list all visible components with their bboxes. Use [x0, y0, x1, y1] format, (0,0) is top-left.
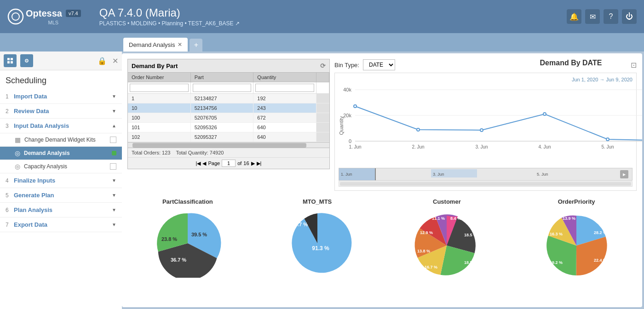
cell-order-2: 100: [128, 113, 191, 122]
table-row[interactable]: 1 52134827 192: [128, 94, 329, 103]
tab-close-icon[interactable]: ✕: [178, 41, 182, 48]
app-header: Optessa v7.4 MLS QA 7.4.0 (Maria) PLASTI…: [0, 0, 644, 33]
grid-icon: [7, 57, 13, 64]
nav-right-label: 5. Jun: [537, 169, 548, 177]
page-next-icon[interactable]: ▶: [251, 160, 255, 166]
page-of: of: [237, 160, 242, 166]
demand-by-part-header: Demand By Part ⟳: [128, 59, 329, 72]
header-title-area: QA 7.4.0 (Maria) PLASTICS • MOLDING • Pl…: [99, 6, 240, 27]
filter-part: [191, 82, 254, 93]
svg-text:0: 0: [349, 138, 351, 144]
cell-order-3: 101: [128, 123, 191, 132]
svg-rect-2: [7, 58, 10, 60]
sidebar-item-export[interactable]: 7 Export Data ▼: [0, 217, 122, 232]
pie-svg-3: 28.2 % 22.4 % 19.2 % 16.3 % 13.9 %: [540, 209, 613, 282]
svg-text:40k: 40k: [343, 87, 351, 92]
svg-text:19.2 %: 19.2 %: [550, 260, 563, 265]
scroll-thumb: [132, 143, 306, 148]
help-button[interactable]: ?: [604, 9, 618, 24]
filter-order-input[interactable]: [130, 84, 189, 92]
svg-rect-4: [7, 61, 10, 63]
cell-qty-4: 640: [253, 132, 316, 142]
filter-qty-input[interactable]: [255, 84, 314, 92]
tab-demand-analysis[interactable]: Demand Analysis ✕: [123, 38, 188, 52]
chart-area: Bin Type: DATE Demand By DATE ⊡ Jun 1, 2…: [334, 59, 637, 191]
close-sidebar-icon[interactable]: ✕: [112, 57, 118, 65]
horizontal-scrollbar[interactable]: [128, 142, 329, 148]
page-last-icon[interactable]: ▶|: [257, 160, 262, 166]
total-orders-label: Total Orders:: [132, 150, 161, 155]
chevron-up-icon: ▲: [112, 123, 116, 128]
nav-left-handle: 1. Jun: [339, 168, 376, 180]
page-first-icon[interactable]: |◀: [196, 160, 201, 166]
svg-text:28.2 %: 28.2 %: [594, 230, 607, 235]
chart-scrollbar[interactable]: [339, 181, 632, 187]
svg-text:20k: 20k: [343, 113, 351, 118]
svg-text:3. Jun: 3. Jun: [475, 144, 488, 149]
svg-text:91.3 %: 91.3 %: [312, 245, 329, 252]
nav-right-handle[interactable]: ▶: [620, 170, 628, 178]
check-box-capacity[interactable]: [110, 163, 116, 170]
table-row[interactable]: 10 52134756 243: [128, 103, 329, 113]
main-layout: 🔒 ✕ Scheduling 1 Import Data ▼ 2 Review …: [0, 52, 644, 309]
sidebar-item-input-data[interactable]: 3 Input Data Analysis ▲: [0, 119, 122, 133]
svg-point-0: [8, 9, 23, 24]
svg-text:Quantity: Quantity: [339, 116, 344, 135]
refresh-icon[interactable]: ⟳: [320, 62, 326, 69]
svg-text:18.5 %: 18.5 %: [464, 260, 477, 265]
bell-button[interactable]: 🔔: [567, 9, 581, 24]
nav-mid-area: 3. Jun: [431, 169, 477, 177]
chart-expand-icon[interactable]: ⊡: [631, 61, 637, 69]
sidebar-item-import-data[interactable]: 1 Import Data ▼: [0, 89, 122, 104]
sidebar-grid-button[interactable]: [4, 54, 17, 67]
table-row[interactable]: 102 52095327 640: [128, 132, 329, 142]
chevron-down-icon-3: ▼: [112, 178, 116, 183]
sidebar-item-finalize[interactable]: 4 Finalize Inputs ▼: [0, 173, 122, 188]
circle-icon: ◎: [15, 149, 20, 157]
svg-text:18.5 %: 18.5 %: [464, 233, 477, 237]
cell-order-1: 10: [128, 103, 191, 113]
scroll-col-2: [316, 113, 329, 122]
chart-navigator[interactable]: 1. Jun 3. Jun 5. Jun ▶: [339, 168, 632, 181]
svg-text:23.8 %: 23.8 %: [161, 236, 177, 242]
sidebar-sub-item-capacity[interactable]: ◎ Capacity Analysis: [0, 160, 122, 173]
page-prev-icon[interactable]: ◀: [202, 160, 206, 166]
power-button[interactable]: ⏻: [622, 9, 637, 24]
sidebar-item-review-data[interactable]: 2 Review Data ▼: [0, 104, 122, 119]
lock-icon[interactable]: 🔒: [98, 57, 107, 65]
sidebar-item-generate[interactable]: 5 Generate Plan ▼: [0, 188, 122, 203]
sidebar-sub-item-demand-analysis[interactable]: ◎ Demand Analysis: [0, 147, 122, 160]
demand-by-part-title: Demand By Part: [132, 63, 178, 69]
scroll-col-4: [316, 132, 329, 142]
optessa-logo-icon: [7, 8, 24, 25]
table-footer: Total Orders: 123 Total Quantity: 74920: [128, 148, 329, 157]
svg-point-19: [543, 113, 546, 115]
svg-text:4. Jun: 4. Jun: [538, 144, 551, 149]
cell-qty-1: 243: [253, 103, 316, 113]
content-area: Demand By Part ⟳ Order Number Part Quant…: [122, 53, 642, 307]
filter-scroll: [316, 82, 329, 93]
col-scroll: [316, 73, 329, 82]
demand-chart-title: Demand By DATE: [515, 59, 627, 67]
bin-type-select[interactable]: DATE: [363, 59, 395, 70]
sidebar-item-plan-analysis[interactable]: 6 Plan Analysis ▼: [0, 203, 122, 217]
tab-add-button[interactable]: +: [190, 39, 202, 52]
svg-rect-3: [11, 58, 13, 60]
filter-quantity: [253, 82, 316, 93]
svg-point-16: [354, 105, 356, 108]
table-row[interactable]: 100 52076705 672: [128, 113, 329, 123]
mail-button[interactable]: ✉: [585, 9, 600, 24]
line-chart-container: Jun 1, 2020 → Jun 9, 2020 40k 20k 0 Quan…: [334, 73, 637, 191]
check-box-change-demand[interactable]: [110, 137, 116, 143]
page-input[interactable]: [222, 160, 236, 167]
logo-area: Optessa v7.4 MLS: [7, 8, 81, 25]
table-header: Order Number Part Quantity: [128, 72, 329, 82]
sidebar-sub-item-change-demand[interactable]: ▦ Change Demand Widget Kits: [0, 133, 122, 147]
filter-part-input[interactable]: [193, 84, 252, 92]
tab-label: Demand Analysis: [129, 41, 175, 48]
table-row[interactable]: 101 52095326 640: [128, 123, 329, 132]
sidebar-settings-button[interactable]: [20, 54, 33, 67]
table-icon: ▦: [15, 136, 21, 143]
pie-svg-2: 18.5 % 18.5 % 16.7 % 13.8 % 12.9 % 11.1 …: [410, 209, 483, 282]
chart-date-range: Jun 1, 2020 → Jun 9, 2020: [339, 77, 632, 82]
